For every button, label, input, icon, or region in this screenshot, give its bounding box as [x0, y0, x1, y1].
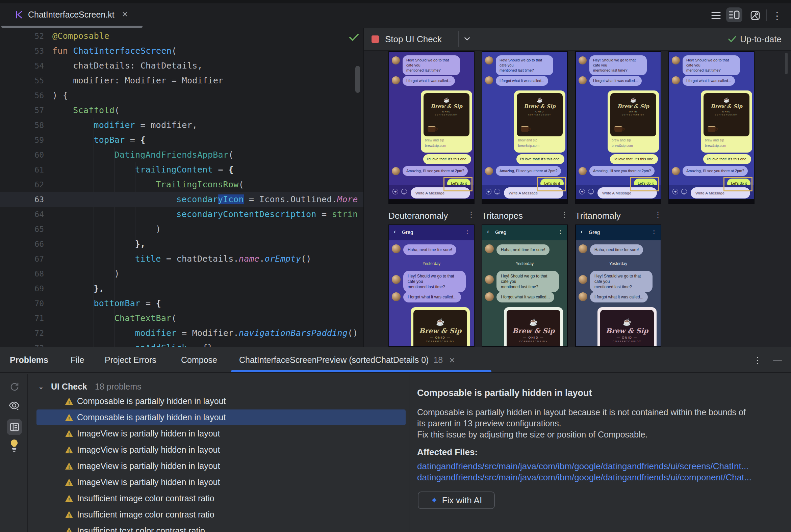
- coffee-photo: [519, 126, 533, 134]
- warning-icon: !: [65, 414, 73, 421]
- problem-item[interactable]: !Composable is partially hidden in layou…: [36, 393, 406, 409]
- brand-subtext: COFFEETCNSIDY: [507, 340, 560, 343]
- brand-subtext: COFFEETCNSIDY: [424, 114, 470, 116]
- stop-icon: [371, 35, 379, 43]
- add-icon[interactable]: +: [486, 189, 492, 194]
- problem-item[interactable]: !Composable is partially hidden in layou…: [36, 410, 406, 425]
- add-icon[interactable]: +: [392, 189, 398, 194]
- split-view-button[interactable]: [726, 7, 742, 22]
- close-tab-icon[interactable]: ✕: [449, 356, 455, 365]
- ui-check-preview-phone[interactable]: Hey! Should we go to that cafe youmentio…: [482, 51, 568, 204]
- coffee-cup-icon: ☕: [610, 97, 656, 102]
- ui-check-preview-phone[interactable]: ‹Greg⋮Haha, next time for sure!Yesterday…: [482, 225, 568, 347]
- code-line: 66},: [0, 236, 363, 251]
- more-options-icon[interactable]: ⋮: [771, 9, 783, 22]
- emoji-icon[interactable]: ‿: [494, 189, 500, 194]
- line-number: 67: [0, 251, 44, 266]
- more-options-icon[interactable]: ⋮: [753, 355, 762, 366]
- build-status: Up-to-date: [728, 33, 781, 46]
- more-options-icon[interactable]: ⋮: [560, 210, 568, 220]
- warning-icon: !: [65, 462, 73, 470]
- code-text: ) {: [52, 88, 68, 103]
- active-tab-underline: [231, 370, 492, 372]
- preview-toolbar: Stop UI Check Up-to-date: [364, 28, 791, 51]
- more-options-icon[interactable]: ⋮: [654, 210, 662, 220]
- code-text: modifier: Modifier = Modifier: [73, 73, 223, 88]
- code-text: },: [135, 236, 146, 251]
- ui-check-issue-highlight: [443, 177, 473, 191]
- emoji-icon[interactable]: ‿: [681, 189, 687, 194]
- back-icon[interactable]: ‹: [581, 228, 583, 235]
- fix-with-ai-button[interactable]: ✦ Fix with AI: [418, 492, 495, 509]
- emoji-icon[interactable]: ‿: [588, 189, 594, 194]
- tab-compose[interactable]: Compose: [181, 347, 217, 373]
- problem-item[interactable]: !ImageView is partially hidden in layout: [36, 458, 406, 474]
- problem-item[interactable]: !Insufficient text color contrast ratio: [36, 523, 406, 532]
- brand-text: Brew & Sip: [413, 327, 467, 335]
- add-icon[interactable]: +: [673, 189, 678, 194]
- preview-scrollbar[interactable]: [785, 53, 788, 74]
- show-preview-toggle[interactable]: [7, 419, 22, 435]
- code-line: 71ChatTextBar(: [0, 311, 363, 326]
- avatar: [672, 167, 680, 175]
- brand-text: Brew & Sip: [507, 327, 560, 335]
- design-view-button[interactable]: [749, 9, 762, 22]
- lightbulb-icon[interactable]: [7, 438, 21, 453]
- code-line: 64secondaryContentDescription = strin: [0, 207, 363, 222]
- more-options-icon[interactable]: ⋮: [651, 229, 657, 235]
- chevron-down-icon[interactable]: [463, 34, 472, 43]
- code-line: 57Scaffold(: [0, 103, 363, 118]
- stop-ui-check-button[interactable]: Stop UI Check: [371, 33, 442, 46]
- inspection-ok-icon[interactable]: [349, 33, 360, 42]
- link-preview-card: ☕Brew & Sip— ONID —COFFEETCNSIDYbrew and…: [514, 91, 565, 153]
- problem-item[interactable]: !ImageView is partially hidden in layout: [36, 474, 406, 490]
- problems-list: ⌄ UI Check 18 problems !Composable is pa…: [29, 374, 409, 532]
- eye-icon[interactable]: [7, 399, 21, 412]
- problem-item[interactable]: !Insufficient image color contrast ratio: [36, 491, 406, 506]
- more-options-icon[interactable]: ⋮: [558, 229, 563, 235]
- ui-check-preview-phone[interactable]: ‹Greg⋮Haha, next time for sure!Yesterday…: [575, 225, 661, 347]
- problem-item-label: ImageView is partially hidden in layout: [77, 426, 220, 441]
- warning-icon: !: [65, 430, 73, 437]
- problem-item[interactable]: !ImageView is partially hidden in layout: [36, 442, 406, 458]
- more-options-icon[interactable]: ⋮: [465, 229, 470, 235]
- code-view-button[interactable]: [709, 9, 723, 22]
- chevron-down-icon[interactable]: ⌄: [38, 379, 44, 394]
- tab-chatinterfacescreenpreview-sortedchatdetails-0-[interactable]: ChatInterfaceScreenPreview (sortedChatDe…: [239, 347, 455, 373]
- problem-item[interactable]: !Insufficient image color contrast ratio: [36, 507, 406, 522]
- refresh-icon[interactable]: [7, 381, 21, 393]
- back-icon[interactable]: ‹: [487, 228, 489, 235]
- editor-scrollbar[interactable]: [355, 66, 360, 93]
- add-icon[interactable]: +: [579, 189, 585, 194]
- code-editor[interactable]: 52@Composable53fun ChatInterfaceScreen(5…: [0, 28, 363, 347]
- phone-bezel: [482, 199, 567, 203]
- coffee-cup-icon: ☕: [703, 97, 750, 102]
- chat-title: Greg: [589, 229, 600, 235]
- line-number: 73: [0, 341, 44, 347]
- more-options-icon[interactable]: ⋮: [467, 210, 475, 220]
- affected-file-link[interactable]: datingandfriends/src/main/java/com/ibm/g…: [417, 461, 749, 472]
- ui-check-preview-phone[interactable]: Hey! Should we go to that cafe youmentio…: [575, 51, 661, 204]
- tab-file[interactable]: File: [71, 347, 84, 373]
- line-number: 54: [0, 58, 44, 73]
- ui-check-preview-phone[interactable]: Hey! Should we go to that cafe youmentio…: [388, 51, 475, 204]
- warning-icon: !: [65, 527, 73, 532]
- minimize-icon[interactable]: —: [772, 355, 783, 366]
- brand-text: Brew & Sip: [424, 103, 470, 109]
- check-icon: [728, 35, 737, 43]
- chat-bubble: Amazing, I'll see you there at 2pm?: [496, 166, 561, 176]
- line-number: 71: [0, 311, 44, 326]
- problem-item[interactable]: !ImageView is partially hidden in layout: [36, 426, 406, 441]
- close-tab-icon[interactable]: ✕: [122, 10, 128, 19]
- back-icon[interactable]: ‹: [394, 228, 396, 235]
- ui-check-preview-phone[interactable]: ‹Greg⋮Haha, next time for sure!Yesterday…: [388, 225, 475, 347]
- editor-tab[interactable]: ChatInterfaceScreen.kt ✕: [7, 3, 135, 26]
- code-line: 55modifier: Modifier = Modifier: [0, 73, 363, 88]
- cup-handle: [435, 128, 438, 131]
- affected-file-link[interactable]: datingandfriends/src/main/java/com/ibm/g…: [417, 472, 752, 483]
- tab-problems[interactable]: Problems: [10, 347, 48, 373]
- emoji-icon[interactable]: ‿: [401, 189, 407, 194]
- chat-bubble: Hey! Should we go to that cafe youmentio…: [589, 55, 647, 75]
- tab-project-errors[interactable]: Project Errors: [105, 347, 157, 373]
- ui-check-preview-phone[interactable]: Hey! Should we go to that cafe youmentio…: [668, 51, 755, 204]
